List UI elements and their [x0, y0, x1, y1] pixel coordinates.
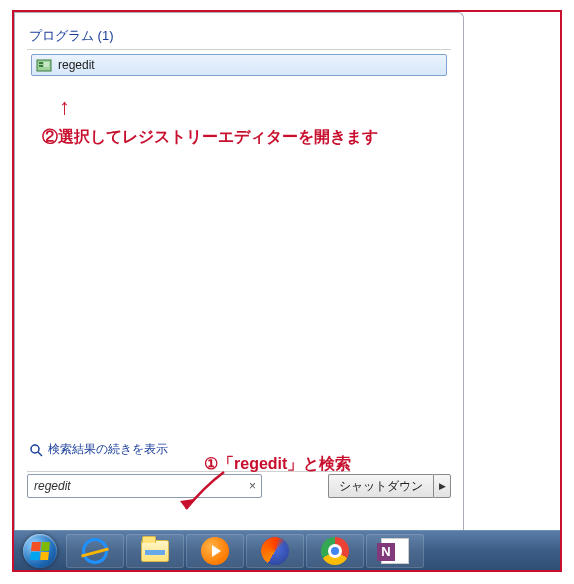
search-icon [29, 443, 43, 457]
shutdown-button[interactable]: シャットダウン [328, 474, 433, 498]
shutdown-label: シャットダウン [339, 478, 423, 495]
shutdown-dropdown[interactable]: ▶ [433, 474, 451, 498]
taskbar-item-firefox[interactable] [246, 534, 304, 568]
start-menu-panel: プログラム (1) regedit 検索結果の続きを表示 regedit [14, 12, 464, 534]
taskbar-item-explorer[interactable] [126, 534, 184, 568]
svg-line-5 [38, 452, 42, 456]
chrome-icon [321, 537, 349, 565]
clear-search-icon[interactable]: × [249, 479, 256, 493]
taskbar [14, 530, 560, 570]
search-input-value: regedit [34, 479, 71, 493]
divider [27, 471, 351, 472]
search-result-label: regedit [58, 58, 95, 72]
svg-point-4 [31, 445, 39, 453]
svg-rect-3 [44, 62, 49, 67]
taskbar-item-wmp[interactable] [186, 534, 244, 568]
windows-orb-icon [23, 534, 57, 568]
shutdown-split-button[interactable]: シャットダウン ▶ [328, 474, 451, 498]
search-result-regedit[interactable]: regedit [31, 54, 447, 76]
taskbar-item-onenote[interactable] [366, 534, 424, 568]
search-row: regedit × シャットダウン ▶ [27, 474, 451, 498]
more-results-label: 検索結果の続きを表示 [48, 441, 168, 458]
search-input[interactable]: regedit × [27, 474, 262, 498]
taskbar-item-chrome[interactable] [306, 534, 364, 568]
programs-section-header: プログラム (1) [27, 23, 451, 50]
regedit-icon [36, 57, 52, 73]
annotation-border: プログラム (1) regedit 検索結果の続きを表示 regedit [12, 10, 562, 572]
onenote-icon [381, 538, 409, 564]
start-button[interactable] [16, 534, 64, 568]
svg-rect-1 [39, 62, 43, 64]
chevron-right-icon: ▶ [439, 481, 446, 491]
folder-icon [141, 540, 169, 562]
svg-rect-2 [39, 65, 43, 67]
taskbar-item-ie[interactable] [66, 534, 124, 568]
ie-icon [82, 538, 108, 564]
more-results-link[interactable]: 検索結果の続きを表示 [27, 437, 170, 462]
firefox-icon [261, 537, 289, 565]
media-player-icon [201, 537, 229, 565]
